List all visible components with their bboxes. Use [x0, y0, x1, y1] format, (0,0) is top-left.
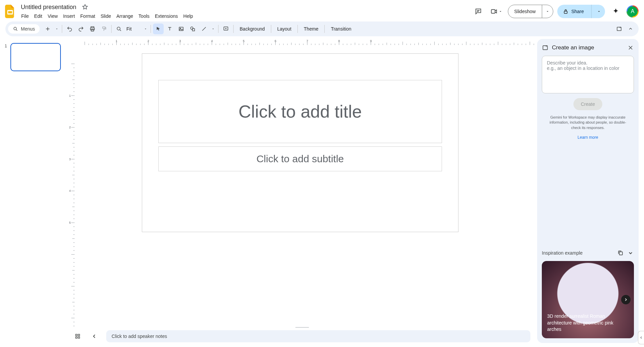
create-button[interactable]: Create: [573, 98, 602, 110]
svg-text:4: 4: [69, 189, 71, 192]
slide-canvas[interactable]: Click to add title Click to add subtitle: [142, 54, 458, 232]
background-button[interactable]: Background: [236, 24, 269, 34]
menus-search[interactable]: Menus: [8, 24, 40, 34]
side-panel-toggle[interactable]: [638, 331, 644, 344]
menu-help[interactable]: Help: [181, 12, 195, 20]
close-icon[interactable]: [627, 44, 634, 51]
select-tool[interactable]: [153, 24, 164, 34]
svg-rect-217: [543, 46, 547, 50]
svg-rect-2: [491, 10, 495, 13]
menu-slide[interactable]: Slide: [98, 12, 113, 20]
hide-filmstrip-icon[interactable]: [89, 331, 99, 341]
svg-text:3: 3: [179, 39, 181, 43]
svg-rect-14: [617, 27, 621, 31]
inspiration-card[interactable]: 3D render surrealist Roman architecture …: [542, 261, 634, 338]
svg-text:9: 9: [370, 39, 372, 43]
paint-format-button[interactable]: [98, 24, 109, 34]
svg-text:4: 4: [211, 39, 213, 43]
filmstrip: 1: [0, 39, 67, 347]
comments-icon[interactable]: [472, 5, 485, 18]
lock-icon: [563, 8, 569, 14]
search-icon: [13, 26, 18, 32]
learn-more-link[interactable]: Learn more: [542, 135, 634, 140]
svg-point-4: [14, 27, 16, 30]
svg-text:7: 7: [307, 39, 308, 43]
svg-rect-1: [8, 11, 12, 13]
meet-icon[interactable]: [489, 5, 504, 18]
share-button[interactable]: Share: [557, 5, 605, 18]
slide-thumbnail[interactable]: [10, 43, 61, 71]
comment-add-button[interactable]: [220, 24, 231, 34]
panel-header-icon: [542, 44, 549, 51]
line-tool[interactable]: [199, 24, 209, 34]
transition-button[interactable]: Transition: [327, 24, 355, 34]
undo-button[interactable]: [64, 24, 75, 34]
svg-point-11: [191, 27, 193, 30]
disclaimer-text: Gemini for Workspace may display inaccur…: [542, 115, 634, 130]
menu-edit[interactable]: Edit: [32, 12, 45, 20]
slideshow-button[interactable]: Slideshow: [508, 5, 553, 18]
menu-tools[interactable]: Tools: [136, 12, 152, 20]
textbox-tool[interactable]: [164, 24, 175, 34]
zoom-out-icon[interactable]: [114, 24, 124, 34]
share-dropdown[interactable]: [594, 9, 605, 13]
svg-rect-3: [564, 11, 567, 13]
shape-tool[interactable]: [187, 24, 198, 34]
create-image-panel: Create an image Describe your idea. e.g.…: [537, 39, 639, 343]
zoom-level[interactable]: Fit: [125, 26, 149, 32]
slideshow-dropdown[interactable]: [542, 5, 553, 18]
copy-icon[interactable]: [617, 250, 624, 256]
menus-chip-label: Menus: [21, 26, 35, 32]
star-icon[interactable]: [82, 4, 88, 10]
svg-text:1: 1: [69, 94, 71, 97]
menu-arrange[interactable]: Arrange: [114, 12, 135, 20]
ruler-horizontal[interactable]: 123456789: [75, 39, 537, 45]
svg-rect-216: [78, 337, 80, 339]
grid-view-icon[interactable]: [73, 331, 83, 341]
svg-text:3: 3: [69, 158, 71, 161]
slide-number: 1: [5, 43, 7, 48]
ruler-vertical[interactable]: 12345: [67, 45, 75, 327]
svg-text:8: 8: [338, 39, 340, 43]
share-label: Share: [571, 9, 584, 14]
menu-bar: File Edit View Insert Format Slide Arran…: [19, 12, 195, 20]
image-tool[interactable]: [176, 24, 187, 34]
svg-rect-215: [76, 337, 77, 339]
document-name[interactable]: Untitled presentation: [19, 3, 78, 11]
svg-text:6: 6: [275, 39, 276, 43]
collapse-toolbar-icon[interactable]: [625, 24, 636, 34]
account-avatar[interactable]: A: [627, 5, 639, 17]
next-icon[interactable]: [621, 295, 631, 304]
subtitle-placeholder[interactable]: Click to add subtitle: [158, 146, 442, 171]
svg-text:2: 2: [148, 39, 149, 43]
line-dropdown[interactable]: [210, 24, 216, 34]
menu-file[interactable]: File: [19, 12, 31, 20]
new-slide-button[interactable]: [42, 24, 53, 34]
new-slide-dropdown[interactable]: [54, 24, 60, 34]
layout-button[interactable]: Layout: [273, 24, 295, 34]
slides-logo[interactable]: [3, 5, 17, 18]
svg-text:5: 5: [69, 221, 71, 224]
svg-rect-9: [179, 27, 183, 31]
svg-rect-214: [78, 334, 80, 336]
chevron-down-icon[interactable]: [627, 250, 634, 256]
panel-title: Create an image: [552, 44, 624, 51]
image-generate-icon[interactable]: [614, 24, 625, 34]
menu-insert[interactable]: Insert: [61, 12, 77, 20]
title-placeholder[interactable]: Click to add title: [158, 80, 442, 143]
inspiration-title: Inspiration example: [542, 250, 614, 256]
svg-rect-213: [76, 334, 77, 336]
speaker-notes[interactable]: Click to add speaker notes: [106, 330, 530, 342]
redo-button[interactable]: [76, 24, 86, 34]
svg-point-8: [117, 27, 120, 30]
menu-extensions[interactable]: Extensions: [153, 12, 180, 20]
prompt-input[interactable]: Describe your idea. e.g., an object in a…: [542, 56, 634, 93]
svg-rect-218: [619, 252, 622, 255]
svg-text:2: 2: [69, 126, 71, 129]
print-button[interactable]: [87, 24, 98, 34]
theme-button[interactable]: Theme: [300, 24, 323, 34]
menu-view[interactable]: View: [45, 12, 60, 20]
gemini-icon[interactable]: [609, 5, 622, 18]
svg-text:5: 5: [243, 39, 244, 43]
menu-format[interactable]: Format: [78, 12, 97, 20]
